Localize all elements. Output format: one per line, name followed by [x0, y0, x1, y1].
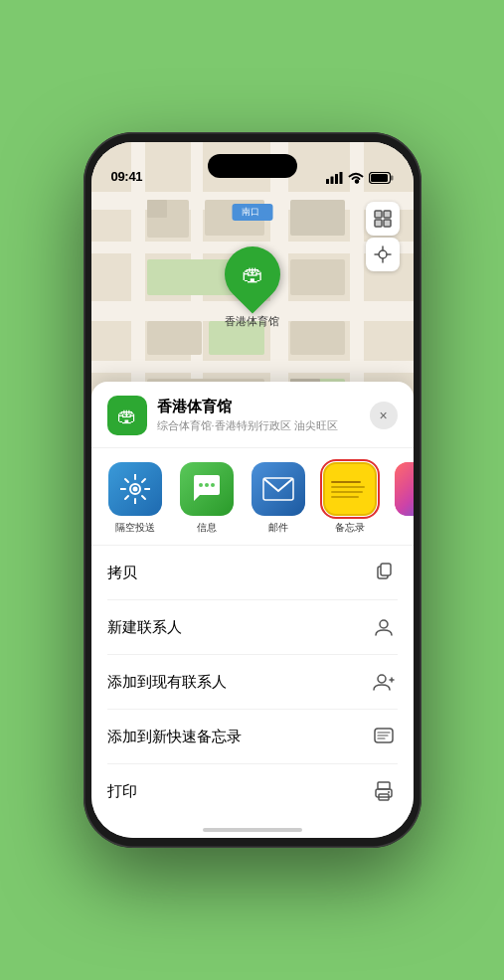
location-venue-icon: 🏟	[107, 396, 147, 435]
add-existing-label: 添加到现有联系人	[107, 673, 227, 692]
action-copy[interactable]: 拷贝	[107, 546, 398, 600]
pin-icon-shape: 🏟	[213, 235, 291, 313]
svg-point-52	[378, 675, 386, 683]
share-app-mail[interactable]: 邮件	[247, 462, 310, 535]
share-app-airdrop[interactable]: 隔空投送	[103, 462, 167, 535]
map-type-button[interactable]	[366, 202, 400, 236]
svg-rect-25	[290, 321, 345, 355]
add-existing-icon	[370, 668, 398, 696]
share-apps-row: 隔空投送 信息	[91, 448, 414, 546]
svg-rect-33	[375, 211, 382, 218]
copy-label: 拷贝	[107, 564, 137, 582]
share-app-messages[interactable]: 信息	[175, 462, 239, 535]
action-add-existing[interactable]: 添加到现有联系人	[107, 655, 398, 710]
svg-point-51	[380, 620, 388, 628]
add-memo-label: 添加到新快速备忘录	[107, 728, 242, 746]
svg-point-62	[388, 791, 390, 793]
mail-icon	[252, 462, 305, 516]
svg-rect-36	[384, 220, 391, 227]
svg-rect-6	[371, 174, 388, 182]
svg-rect-31	[147, 200, 167, 218]
svg-point-45	[205, 483, 209, 487]
messages-icon	[180, 462, 234, 516]
add-memo-icon	[370, 723, 398, 750]
dynamic-island	[208, 154, 297, 178]
share-app-more[interactable]: 提	[390, 462, 414, 535]
svg-rect-1	[330, 177, 333, 185]
svg-rect-34	[384, 211, 391, 218]
print-label: 打印	[107, 782, 137, 801]
svg-rect-59	[378, 782, 390, 789]
svg-point-46	[211, 483, 215, 487]
notes-label: 备忘录	[335, 521, 365, 535]
svg-rect-5	[391, 176, 394, 181]
action-new-contact[interactable]: 新建联系人	[107, 600, 398, 655]
airdrop-icon	[108, 462, 162, 516]
print-icon	[370, 777, 398, 805]
copy-icon	[370, 559, 398, 586]
location-button[interactable]	[366, 238, 400, 271]
more-apps-icon	[395, 462, 414, 516]
airdrop-label: 隔空投送	[115, 521, 155, 535]
status-time: 09:41	[111, 169, 143, 184]
action-list: 拷贝 新建联系人	[91, 546, 414, 818]
phone-screen: 09:41	[91, 142, 414, 838]
pin-label: 香港体育馆	[225, 314, 279, 329]
svg-rect-23	[147, 321, 202, 355]
svg-rect-50	[381, 564, 391, 575]
svg-point-44	[199, 483, 203, 487]
svg-rect-3	[339, 172, 342, 184]
pin-inner-icon: 🏟	[242, 261, 263, 287]
signal-icon	[326, 172, 343, 184]
action-print[interactable]: 打印	[107, 764, 398, 818]
status-icons	[326, 172, 394, 184]
location-info: 香港体育馆 综合体育馆·香港特别行政区 油尖旺区	[157, 398, 370, 433]
svg-rect-35	[375, 220, 382, 227]
wifi-icon	[348, 172, 364, 184]
action-add-memo[interactable]: 添加到新快速备忘录	[107, 710, 398, 764]
notes-lines-decoration	[325, 464, 375, 514]
svg-rect-22	[290, 259, 345, 295]
svg-rect-2	[335, 174, 338, 184]
map-controls[interactable]	[366, 202, 400, 271]
svg-rect-20	[290, 200, 345, 236]
notes-icon	[323, 462, 377, 516]
location-subtitle: 综合体育馆·香港特别行政区 油尖旺区	[157, 418, 370, 433]
location-header: 🏟 香港体育馆 综合体育馆·香港特别行政区 油尖旺区 ×	[91, 382, 414, 448]
phone-frame: 09:41	[84, 132, 421, 848]
svg-rect-0	[326, 179, 329, 184]
location-name: 香港体育馆	[157, 398, 370, 416]
svg-point-37	[379, 250, 387, 258]
battery-icon	[369, 172, 394, 184]
map-entrance-label: 南口	[232, 204, 272, 221]
svg-point-43	[132, 487, 137, 492]
new-contact-label: 新建联系人	[107, 618, 182, 637]
close-button[interactable]: ×	[370, 402, 398, 429]
bottom-sheet: 🏟 香港体育馆 综合体育馆·香港特别行政区 油尖旺区 ×	[91, 382, 414, 838]
mail-label: 邮件	[268, 521, 288, 535]
new-contact-icon	[370, 613, 398, 641]
share-app-notes[interactable]: 备忘录	[318, 462, 382, 535]
messages-label: 信息	[197, 521, 217, 535]
location-pin: 🏟 香港体育馆	[225, 246, 280, 329]
home-indicator	[203, 828, 302, 832]
